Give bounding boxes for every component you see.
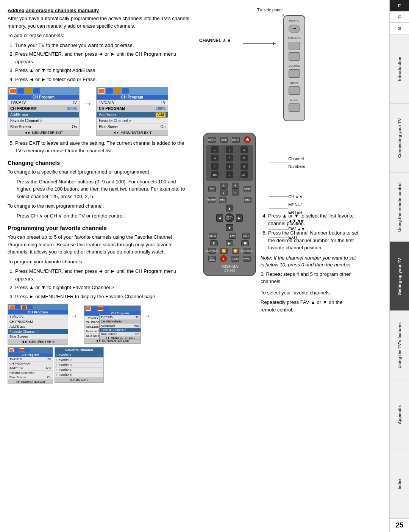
- tab-index[interactable]: Index: [390, 449, 409, 518]
- prog-step-6: 6. Repeat steps 4 and 5 to program other…: [261, 271, 359, 285]
- remote-tv-btn[interactable]: TV: [208, 186, 216, 192]
- remote-dpad-left[interactable]: ◄: [216, 214, 223, 222]
- fav-channel-table: Favorite Channel Favorite 1--- Favorite …: [55, 347, 104, 383]
- tv-menu-label-btn: MENU: [290, 99, 298, 101]
- remote-tvvcr-btn[interactable]: TV/VCR: [243, 256, 251, 262]
- prog-step-2: Press ▲ or ▼ to highlight Favorite Chann…: [15, 284, 189, 291]
- remote-power-btn[interactable]: ⏻: [244, 136, 251, 143]
- remote-ch-up[interactable]: ∧: [220, 183, 228, 189]
- remote-exit-btn[interactable]: EXIT: [242, 233, 250, 239]
- remote-dpad-up[interactable]: ▲: [226, 205, 233, 211]
- remote-btn-3[interactable]: 3: [240, 146, 248, 153]
- ann-ch-updown: CH ∧ ∨: [269, 193, 305, 201]
- remote-btn-7[interactable]: 7: [211, 163, 219, 170]
- tv-menu-btn[interactable]: [289, 103, 300, 112]
- remote-play-btn[interactable]: ▶: [226, 240, 233, 246]
- remote-dpad-down[interactable]: ▼: [226, 224, 233, 231]
- tv-channel-btn[interactable]: [289, 42, 300, 50]
- remote-btn-ent[interactable]: ENT: [240, 171, 248, 178]
- remote-btn-8[interactable]: 8: [226, 163, 233, 170]
- remote-rew-btn[interactable]: ⏪: [220, 248, 228, 254]
- remote-dpad-center[interactable]: MENUENT: [225, 213, 234, 222]
- remote-skip-search2-btn[interactable]: SKIP/SRCH: [244, 248, 251, 254]
- numpad-row-2: 4 5 6: [208, 155, 251, 161]
- tab-remote-control[interactable]: Using the remote control: [390, 172, 409, 242]
- remote-btn-4[interactable]: 4: [211, 155, 219, 161]
- remote-fav-btn[interactable]: FAV: [229, 233, 236, 239]
- adding-step-1: Tune your TV to the channel you want to …: [15, 42, 189, 49]
- remote-fav-right[interactable]: FAV: [244, 197, 251, 203]
- remote-vol-up[interactable]: +: [232, 183, 239, 189]
- remote-pause-btn[interactable]: ⏸: [210, 240, 218, 246]
- prog-arrow-2: →: [143, 311, 151, 320]
- tv-volume-btn[interactable]: [289, 69, 300, 78]
- diagram-area: TV side panel ↗ POWER ••• CHANNEL VOLUME…: [199, 8, 305, 384]
- remote-btn-1[interactable]: 1: [211, 146, 219, 153]
- tv-power-btn[interactable]: •••: [289, 25, 300, 33]
- remote-vol-group: + −: [232, 183, 239, 196]
- page-number: 25: [390, 518, 409, 532]
- tv-input-btn[interactable]: [289, 86, 300, 95]
- remote-dpad-right[interactable]: ►: [236, 214, 243, 222]
- remote-enter-btn[interactable]: ENTER: [209, 233, 217, 239]
- remote-skip-search-btn[interactable]: SKIP/SRCH: [208, 248, 216, 254]
- changing-intro: To change to a specific channel (program…: [8, 168, 189, 176]
- changing-section-title: Changing channels: [8, 160, 189, 166]
- prog-right-steps: Press ▲ or ▼ to select the first favorit…: [261, 212, 359, 316]
- remote-tv-vcr-row: TV ∧ ∨ + − VCR: [206, 183, 253, 196]
- remote-display-btn[interactable]: DISP: [220, 137, 228, 143]
- remote-vcr-btn[interactable]: VCR: [244, 186, 251, 192]
- prog-step-4: Press ▲ or ▼ to select the first favorit…: [268, 212, 359, 227]
- sidebar-block-e: E: [390, 0, 409, 11]
- tv-channel-label-btn: CHANNEL: [288, 37, 300, 39]
- screen2-row-1: TV/CATVTV: [97, 100, 168, 106]
- prog-screen-2-group: CH Program TV/CATVTV CH PROGRAM Add/Eras…: [80, 304, 141, 342]
- remote-transport-row: ⏸ ▶ ⏹: [206, 240, 253, 246]
- sidebar-block-s: S: [390, 23, 409, 34]
- remote-btn-6[interactable]: 6: [240, 155, 248, 161]
- remote-brand: TOSHIBA: [206, 264, 253, 269]
- remote-fav-left[interactable]: FAV: [219, 197, 226, 203]
- tab-setting-up[interactable]: Setting up your TV: [390, 242, 409, 311]
- remote-vol-down[interactable]: −: [232, 189, 239, 196]
- prog-screens-row: CH Program TV/CATV CH PROGRAM Add/Erase …: [8, 304, 189, 384]
- remote-body: INPUT DISP MUTE ⏻ 1 2 3 4: [203, 133, 256, 276]
- remote-topmenu-btn[interactable]: TOP MENU: [208, 256, 216, 262]
- sidebar-top-blocks: E F S: [390, 0, 409, 34]
- tab-appendix[interactable]: Appendix: [390, 380, 409, 449]
- tab-introduction[interactable]: Introduction: [390, 34, 409, 103]
- tab-connecting[interactable]: Connecting your TV: [390, 103, 409, 173]
- remote-rec-btn[interactable]: ●: [220, 255, 227, 262]
- prog-screen-1: CH Program TV/CATV CH PROGRAM Add/Erase …: [8, 304, 68, 345]
- screen1-row-blue: Blue ScreenOn: [8, 124, 79, 130]
- remote-mute-btn[interactable]: MUTE: [232, 137, 240, 143]
- programming-to-program: To program your favorite channels:: [8, 258, 189, 266]
- sidebar-block-f: F: [390, 11, 409, 23]
- adding-section-title: Adding and erasing channels manually: [8, 8, 189, 13]
- remote-input-btn[interactable]: INPUT: [208, 137, 216, 143]
- adding-step-4: Press ◄ or ► to select Add or Erase.: [15, 76, 189, 83]
- tv-channel-btn2[interactable]: [289, 52, 300, 61]
- remote-btn-2[interactable]: 2: [226, 146, 233, 153]
- screen1-row-fav: Favorite Channel >: [8, 118, 79, 124]
- remote-ch-down[interactable]: ∨: [220, 189, 228, 196]
- remote-stop-btn[interactable]: ⏹: [241, 240, 249, 246]
- remote-btn-100[interactable]: 100: [211, 171, 219, 178]
- remote-sleep-btn[interactable]: SLEEP: [208, 197, 215, 203]
- remote-btn-0[interactable]: 0: [226, 171, 233, 178]
- tab-tv-features[interactable]: Using the TV's features: [390, 311, 409, 380]
- tv-side-panel-body: POWER ••• CHANNEL VOLUME INPUT MENU: [283, 15, 305, 121]
- numpad-row-4: 100 0 ENT: [208, 171, 251, 178]
- remote-btn-5[interactable]: 5: [226, 155, 233, 161]
- remote-btn-9[interactable]: 9: [240, 163, 248, 170]
- remote-ff-btn[interactable]: ⏩: [232, 248, 239, 254]
- sidebar-tabs: Introduction Connecting your TV Using th…: [390, 34, 409, 518]
- programming-steps-list: Press MENU/ENTER, and then press ◄ or ► …: [15, 268, 189, 300]
- prog-step-3: Press ► or MENU/ENTER to display the Fav…: [15, 293, 189, 300]
- prog-steps-4-5: Press ▲ or ▼ to select the first favorit…: [268, 212, 359, 252]
- adding-steps-list: Tune your TV to the channel you want to …: [15, 42, 189, 83]
- remote-sleep-row: SLEEP FAV FAV: [206, 197, 253, 203]
- screen1-row-1: TV/CATVTV: [8, 100, 79, 106]
- remote-clear-btn[interactable]: CLEAR: [231, 256, 239, 262]
- prog-screen-final: CH Program TV/CATVTV CH PROGRAM Add/Eras…: [8, 347, 104, 384]
